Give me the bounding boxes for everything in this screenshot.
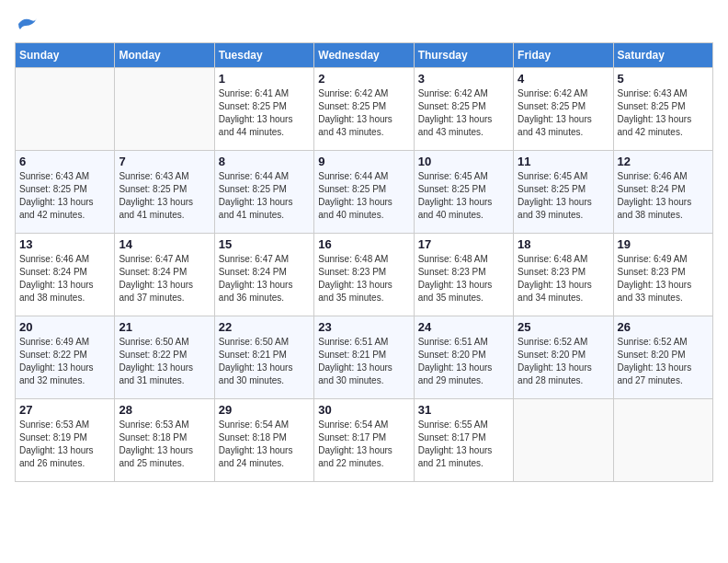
day-info: Sunrise: 6:52 AM Sunset: 8:20 PM Dayligh… bbox=[618, 336, 709, 387]
calendar-cell: 23Sunrise: 6:51 AM Sunset: 8:21 PM Dayli… bbox=[314, 316, 414, 399]
day-info: Sunrise: 6:55 AM Sunset: 8:17 PM Dayligh… bbox=[418, 419, 509, 470]
calendar-cell: 8Sunrise: 6:44 AM Sunset: 8:25 PM Daylig… bbox=[214, 151, 313, 234]
day-number: 2 bbox=[318, 72, 409, 86]
day-number: 1 bbox=[219, 72, 310, 86]
calendar-cell bbox=[115, 68, 214, 151]
day-info: Sunrise: 6:50 AM Sunset: 8:22 PM Dayligh… bbox=[119, 336, 210, 387]
calendar-cell: 11Sunrise: 6:45 AM Sunset: 8:25 PM Dayli… bbox=[514, 151, 613, 234]
weekday-header-friday: Friday bbox=[514, 43, 613, 68]
calendar-cell: 25Sunrise: 6:52 AM Sunset: 8:20 PM Dayli… bbox=[514, 316, 613, 399]
weekday-header-monday: Monday bbox=[115, 43, 214, 68]
calendar-cell: 2Sunrise: 6:42 AM Sunset: 8:25 PM Daylig… bbox=[314, 68, 414, 151]
day-number: 10 bbox=[418, 155, 509, 168]
calendar-cell: 12Sunrise: 6:46 AM Sunset: 8:24 PM Dayli… bbox=[613, 151, 712, 234]
day-number: 24 bbox=[418, 320, 509, 334]
day-number: 7 bbox=[119, 155, 210, 168]
day-number: 30 bbox=[318, 403, 409, 417]
calendar-cell: 9Sunrise: 6:44 AM Sunset: 8:25 PM Daylig… bbox=[314, 151, 414, 234]
day-number: 13 bbox=[19, 237, 110, 251]
day-info: Sunrise: 6:42 AM Sunset: 8:25 PM Dayligh… bbox=[418, 87, 509, 139]
day-info: Sunrise: 6:54 AM Sunset: 8:17 PM Dayligh… bbox=[318, 419, 409, 470]
day-info: Sunrise: 6:44 AM Sunset: 8:25 PM Dayligh… bbox=[219, 170, 310, 222]
day-info: Sunrise: 6:47 AM Sunset: 8:24 PM Dayligh… bbox=[219, 253, 310, 304]
day-number: 29 bbox=[219, 403, 310, 417]
calendar-cell: 14Sunrise: 6:47 AM Sunset: 8:24 PM Dayli… bbox=[115, 234, 214, 316]
logo bbox=[15, 15, 39, 33]
calendar-cell: 31Sunrise: 6:55 AM Sunset: 8:17 PM Dayli… bbox=[414, 399, 513, 482]
calendar-cell: 20Sunrise: 6:49 AM Sunset: 8:22 PM Dayli… bbox=[16, 316, 115, 399]
day-number: 8 bbox=[219, 155, 310, 168]
calendar-week-row: 1Sunrise: 6:41 AM Sunset: 8:25 PM Daylig… bbox=[16, 68, 713, 151]
day-number: 20 bbox=[19, 320, 110, 334]
calendar-cell: 7Sunrise: 6:43 AM Sunset: 8:25 PM Daylig… bbox=[115, 151, 214, 234]
calendar-cell: 27Sunrise: 6:53 AM Sunset: 8:19 PM Dayli… bbox=[16, 399, 115, 482]
weekday-header-row: SundayMondayTuesdayWednesdayThursdayFrid… bbox=[16, 43, 713, 68]
calendar-cell bbox=[514, 399, 613, 482]
day-number: 6 bbox=[19, 155, 110, 168]
day-info: Sunrise: 6:54 AM Sunset: 8:18 PM Dayligh… bbox=[219, 419, 310, 470]
weekday-header-saturday: Saturday bbox=[613, 43, 712, 68]
calendar-week-row: 27Sunrise: 6:53 AM Sunset: 8:19 PM Dayli… bbox=[16, 399, 713, 482]
day-info: Sunrise: 6:51 AM Sunset: 8:21 PM Dayligh… bbox=[318, 336, 409, 387]
day-info: Sunrise: 6:51 AM Sunset: 8:20 PM Dayligh… bbox=[418, 336, 509, 387]
calendar-cell: 10Sunrise: 6:45 AM Sunset: 8:25 PM Dayli… bbox=[414, 151, 513, 234]
calendar-week-row: 20Sunrise: 6:49 AM Sunset: 8:22 PM Dayli… bbox=[16, 316, 713, 399]
calendar-cell bbox=[613, 399, 712, 482]
day-info: Sunrise: 6:53 AM Sunset: 8:19 PM Dayligh… bbox=[19, 419, 110, 470]
day-number: 3 bbox=[418, 72, 509, 86]
day-info: Sunrise: 6:46 AM Sunset: 8:24 PM Dayligh… bbox=[19, 253, 110, 304]
day-info: Sunrise: 6:47 AM Sunset: 8:24 PM Dayligh… bbox=[119, 253, 210, 304]
day-info: Sunrise: 6:45 AM Sunset: 8:25 PM Dayligh… bbox=[518, 170, 609, 222]
day-info: Sunrise: 6:53 AM Sunset: 8:18 PM Dayligh… bbox=[119, 419, 210, 470]
day-number: 17 bbox=[418, 237, 509, 251]
weekday-header-wednesday: Wednesday bbox=[314, 43, 414, 68]
day-number: 23 bbox=[318, 320, 409, 334]
calendar-cell: 1Sunrise: 6:41 AM Sunset: 8:25 PM Daylig… bbox=[214, 68, 313, 151]
calendar-cell bbox=[16, 68, 115, 151]
calendar-cell: 26Sunrise: 6:52 AM Sunset: 8:20 PM Dayli… bbox=[613, 316, 712, 399]
day-number: 27 bbox=[19, 403, 110, 417]
day-info: Sunrise: 6:48 AM Sunset: 8:23 PM Dayligh… bbox=[418, 253, 509, 304]
day-number: 12 bbox=[618, 155, 709, 168]
day-info: Sunrise: 6:42 AM Sunset: 8:25 PM Dayligh… bbox=[318, 87, 409, 139]
calendar-cell: 24Sunrise: 6:51 AM Sunset: 8:20 PM Dayli… bbox=[414, 316, 513, 399]
day-info: Sunrise: 6:43 AM Sunset: 8:25 PM Dayligh… bbox=[618, 87, 709, 139]
day-info: Sunrise: 6:48 AM Sunset: 8:23 PM Dayligh… bbox=[318, 253, 409, 304]
day-number: 18 bbox=[518, 237, 609, 251]
calendar-cell: 5Sunrise: 6:43 AM Sunset: 8:25 PM Daylig… bbox=[613, 68, 712, 151]
day-info: Sunrise: 6:43 AM Sunset: 8:25 PM Dayligh… bbox=[19, 170, 110, 222]
calendar-cell: 15Sunrise: 6:47 AM Sunset: 8:24 PM Dayli… bbox=[214, 234, 313, 316]
calendar-cell: 30Sunrise: 6:54 AM Sunset: 8:17 PM Dayli… bbox=[314, 399, 414, 482]
day-info: Sunrise: 6:48 AM Sunset: 8:23 PM Dayligh… bbox=[518, 253, 609, 304]
day-info: Sunrise: 6:46 AM Sunset: 8:24 PM Dayligh… bbox=[618, 170, 709, 222]
weekday-header-thursday: Thursday bbox=[414, 43, 513, 68]
calendar-cell: 3Sunrise: 6:42 AM Sunset: 8:25 PM Daylig… bbox=[414, 68, 513, 151]
day-info: Sunrise: 6:52 AM Sunset: 8:20 PM Dayligh… bbox=[518, 336, 609, 387]
calendar-cell: 13Sunrise: 6:46 AM Sunset: 8:24 PM Dayli… bbox=[16, 234, 115, 316]
day-number: 22 bbox=[219, 320, 310, 334]
calendar-cell: 22Sunrise: 6:50 AM Sunset: 8:21 PM Dayli… bbox=[214, 316, 313, 399]
day-number: 14 bbox=[119, 237, 210, 251]
calendar-cell: 16Sunrise: 6:48 AM Sunset: 8:23 PM Dayli… bbox=[314, 234, 414, 316]
calendar-cell: 21Sunrise: 6:50 AM Sunset: 8:22 PM Dayli… bbox=[115, 316, 214, 399]
calendar-cell: 28Sunrise: 6:53 AM Sunset: 8:18 PM Dayli… bbox=[115, 399, 214, 482]
calendar-cell: 17Sunrise: 6:48 AM Sunset: 8:23 PM Dayli… bbox=[414, 234, 513, 316]
calendar-week-row: 13Sunrise: 6:46 AM Sunset: 8:24 PM Dayli… bbox=[16, 234, 713, 316]
calendar-cell: 18Sunrise: 6:48 AM Sunset: 8:23 PM Dayli… bbox=[514, 234, 613, 316]
day-info: Sunrise: 6:49 AM Sunset: 8:23 PM Dayligh… bbox=[618, 253, 709, 304]
calendar-cell: 4Sunrise: 6:42 AM Sunset: 8:25 PM Daylig… bbox=[514, 68, 613, 151]
day-number: 28 bbox=[119, 403, 210, 417]
day-info: Sunrise: 6:49 AM Sunset: 8:22 PM Dayligh… bbox=[19, 336, 110, 387]
calendar-cell: 19Sunrise: 6:49 AM Sunset: 8:23 PM Dayli… bbox=[613, 234, 712, 316]
day-number: 11 bbox=[518, 155, 609, 168]
day-info: Sunrise: 6:44 AM Sunset: 8:25 PM Dayligh… bbox=[318, 170, 409, 222]
day-info: Sunrise: 6:45 AM Sunset: 8:25 PM Dayligh… bbox=[418, 170, 509, 222]
day-info: Sunrise: 6:43 AM Sunset: 8:25 PM Dayligh… bbox=[119, 170, 210, 222]
day-number: 15 bbox=[219, 237, 310, 251]
day-number: 9 bbox=[318, 155, 409, 168]
logo-bird-icon bbox=[17, 15, 39, 33]
calendar-cell: 29Sunrise: 6:54 AM Sunset: 8:18 PM Dayli… bbox=[214, 399, 313, 482]
day-number: 16 bbox=[318, 237, 409, 251]
day-number: 21 bbox=[119, 320, 210, 334]
day-number: 4 bbox=[518, 72, 609, 86]
